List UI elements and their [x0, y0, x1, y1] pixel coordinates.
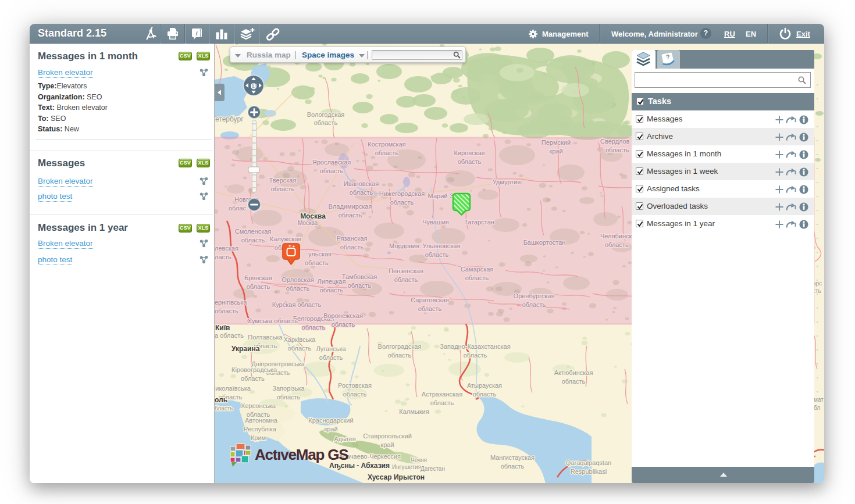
- svg-text:Мордовия: Мордовия: [389, 242, 419, 249]
- svg-text:область: область: [286, 285, 310, 292]
- svg-text:Автономна: Автономна: [245, 417, 278, 424]
- svg-text:область: область: [215, 308, 238, 314]
- svg-text:Херсонська: Херсонська: [241, 402, 276, 409]
- svg-text:область: область: [350, 189, 373, 196]
- svg-text:область: область: [522, 301, 546, 308]
- svg-text:область: область: [277, 394, 301, 401]
- svg-text:область: область: [388, 352, 412, 359]
- svg-text:Дагестан: Дагестан: [421, 466, 445, 472]
- svg-text:область: область: [394, 276, 418, 283]
- svg-text:Чечня: Чечня: [411, 457, 427, 463]
- svg-text:Рязанская: Рязанская: [337, 235, 368, 242]
- svg-text:Тверская: Тверская: [269, 177, 297, 184]
- svg-text:Луганська: Луганська: [316, 345, 346, 352]
- svg-text:Київ: Київ: [215, 324, 230, 332]
- svg-text:Башкортостан: Башкортостан: [523, 239, 566, 246]
- svg-text:область: область: [430, 399, 454, 406]
- svg-text:ернігівська: ернігівська: [215, 299, 247, 306]
- svg-text:Вологодская: Вологодская: [307, 111, 345, 118]
- svg-text:Москва: Москва: [300, 212, 326, 220]
- svg-text:Адыгея: Адыгея: [334, 435, 356, 442]
- svg-text:Нижегородская: Нижегородская: [379, 190, 425, 197]
- svg-text:Крим: Крим: [251, 434, 266, 441]
- svg-text:Воронежская: Воронежская: [323, 312, 363, 319]
- svg-text:бласть: бласть: [215, 405, 233, 412]
- svg-text:Костромская: Костромская: [368, 141, 406, 148]
- svg-text:область: область: [288, 345, 312, 352]
- svg-text:область: область: [241, 237, 265, 244]
- svg-text:область: область: [319, 354, 343, 361]
- svg-text:Удмуртия: Удмуртия: [493, 178, 521, 185]
- svg-text:Qaraqalpaqstan: Qaraqalpaqstan: [566, 459, 611, 466]
- svg-text:Орловская: Орловская: [282, 276, 314, 283]
- svg-text:Чувашия: Чувашия: [422, 219, 449, 226]
- svg-text:Кіровоградська: Кіровоградська: [231, 366, 277, 373]
- svg-text:Ростовская: Ростовская: [338, 382, 372, 389]
- svg-text:область: область: [425, 251, 449, 258]
- svg-text:область: область: [332, 321, 355, 328]
- svg-text:Челябинска: Челябинска: [600, 233, 636, 240]
- svg-text:область: область: [343, 391, 367, 398]
- svg-text:область: область: [465, 274, 489, 281]
- svg-text:мат: мат: [814, 396, 824, 403]
- svg-text:край: край: [549, 148, 562, 155]
- svg-text:Липецкая: Липецкая: [318, 278, 346, 285]
- svg-text:область: область: [390, 199, 414, 206]
- svg-text:область: область: [605, 146, 629, 153]
- svg-text:Волгоградская: Волгоградская: [378, 343, 422, 350]
- svg-text:область: область: [247, 283, 270, 290]
- svg-text:Respublikasi: Respublikasi: [571, 468, 607, 475]
- svg-text:Ингушетия: Ингушетия: [392, 464, 421, 470]
- svg-text:етербург: етербург: [215, 115, 244, 123]
- svg-text:Миколаївська: Миколаївська: [215, 385, 251, 392]
- svg-text:Ставропольский: Ставропольский: [363, 432, 412, 439]
- svg-text:область: область: [241, 375, 265, 382]
- svg-text:Тамбовская: Тамбовская: [342, 273, 377, 280]
- svg-text:Пензенская: Пензенская: [389, 267, 423, 274]
- svg-text:Астраханская: Астраханская: [422, 391, 462, 398]
- svg-text:оль: оль: [215, 396, 227, 404]
- svg-text:область: область: [473, 391, 497, 398]
- svg-text:облас: облас: [229, 205, 246, 212]
- svg-text:Саратовская: Саратовская: [411, 296, 449, 303]
- svg-text:Республіка: Республіка: [244, 426, 277, 432]
- svg-text:область: область: [314, 119, 338, 126]
- svg-text:область: область: [605, 241, 629, 248]
- svg-text:Запорізька: Запорізька: [272, 385, 305, 392]
- svg-text:область: область: [464, 352, 487, 359]
- svg-text:Украина: Украина: [231, 345, 260, 353]
- svg-text:Пермский: Пермский: [542, 139, 571, 146]
- svg-text:Кировская: Кировская: [454, 149, 484, 156]
- svg-text:область: область: [501, 463, 525, 470]
- svg-text:Самарская: Самарская: [461, 266, 494, 273]
- svg-text:Сумська область: Сумська область: [247, 317, 298, 324]
- svg-text:область: область: [562, 378, 586, 385]
- svg-text:область: область: [320, 287, 344, 294]
- svg-text:Оренбургская: Оренбургская: [514, 292, 555, 299]
- svg-text:Калужская: Калужская: [270, 235, 302, 242]
- svg-text:область: область: [271, 185, 295, 192]
- svg-text:Ярославская: Ярославская: [312, 159, 351, 166]
- svg-text:Хуссар Ирыстон: Хуссар Ирыстон: [368, 473, 425, 481]
- svg-text:область: область: [340, 244, 364, 251]
- svg-text:край: край: [324, 426, 337, 432]
- svg-text:область: область: [458, 158, 482, 165]
- svg-text:Курская область: Курская область: [272, 301, 322, 308]
- svg-text:Москва: Москва: [298, 220, 318, 226]
- svg-text:область: область: [418, 305, 442, 312]
- svg-text:Актюбинская: Актюбинская: [554, 369, 593, 376]
- svg-text:Ульяновская: Ульяновская: [423, 242, 461, 249]
- svg-text:Смоленская: Смоленская: [235, 228, 272, 235]
- svg-text:область: область: [339, 212, 362, 219]
- svg-text:область: область: [348, 282, 372, 289]
- svg-text:левская: левская: [215, 245, 238, 252]
- svg-text:область: область: [375, 149, 399, 156]
- svg-text:ласть: ласть: [215, 253, 231, 260]
- svg-text:Краснодарский: Краснодарский: [308, 417, 353, 424]
- svg-text:Полтавська: Полтавська: [248, 334, 283, 341]
- svg-text:Атырауская: Атырауская: [467, 382, 502, 389]
- svg-text:а область: а область: [215, 332, 244, 339]
- svg-text:область: область: [302, 324, 326, 331]
- svg-text:Татарстан: Татарстан: [464, 219, 494, 226]
- svg-text:Свердлов: Свердлов: [600, 138, 630, 145]
